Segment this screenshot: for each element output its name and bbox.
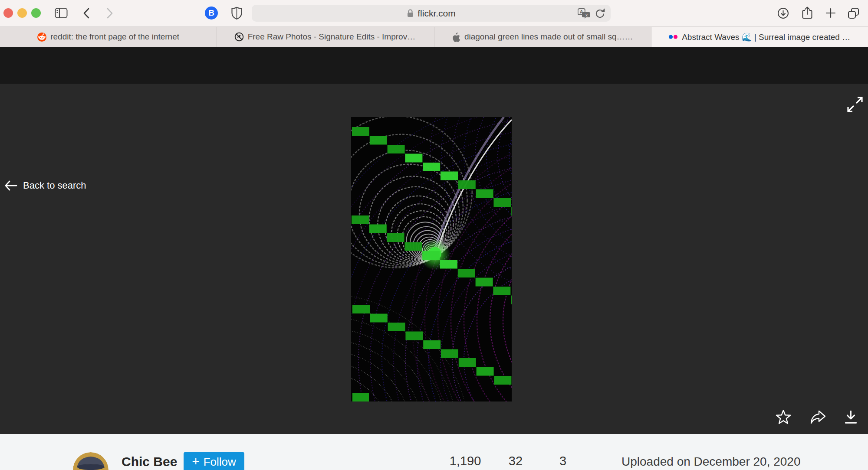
stat-faves[interactable]: 32: [509, 454, 523, 468]
minimize-window-button[interactable]: [17, 8, 27, 18]
fave-star-icon[interactable]: [775, 409, 792, 425]
no-photos-favicon: [234, 32, 244, 42]
safari-window: B flickr.com A x: [0, 0, 868, 470]
apple-favicon: [452, 32, 460, 42]
tab-free-raw-photos[interactable]: Free Raw Photos - Signature Edits - Impr…: [217, 27, 434, 47]
url-text: flickr.com: [418, 8, 456, 19]
back-arrow-icon: [4, 180, 17, 191]
tab-bar: reddit: the front page of the internet F…: [0, 27, 868, 47]
photo-artwork: [351, 117, 512, 401]
back-button[interactable]: [82, 7, 91, 19]
tab-label: diagonal green lines made out of small s…: [464, 32, 633, 42]
share-button[interactable]: [801, 6, 813, 20]
share-photo-icon[interactable]: [810, 409, 826, 425]
follow-label: Follow: [204, 452, 236, 470]
close-window-button[interactable]: [3, 8, 13, 18]
reddit-favicon: [37, 33, 46, 42]
flickr-header: flickr You Explore Prints Get Pro: [0, 47, 868, 84]
svg-text:x: x: [585, 13, 588, 17]
stat-comments[interactable]: 3: [559, 454, 566, 468]
photo-abstract-waves[interactable]: [351, 117, 512, 401]
shield-extension-button[interactable]: [231, 7, 243, 20]
new-tab-button[interactable]: [825, 7, 836, 19]
tab-label: Abstract Waves 🌊 | Surreal image created…: [682, 32, 851, 42]
follow-plus-icon: +: [192, 452, 200, 470]
photo-engagement-bar: Chic Bee + Follow 1,190 32 3 Uploaded on…: [0, 434, 868, 470]
address-bar[interactable]: flickr.com A x: [252, 5, 611, 22]
tab-abstract-waves-active[interactable]: Abstract Waves 🌊 | Surreal image created…: [651, 27, 868, 47]
browser-toolbar: B flickr.com A x: [0, 0, 868, 27]
owner-avatar[interactable]: [73, 452, 108, 470]
tab-label: reddit: the front page of the internet: [50, 32, 179, 42]
zoom-window-button[interactable]: [31, 8, 41, 18]
uploaded-date: Uploaded on December 20, 2020: [621, 454, 801, 469]
forward-button[interactable]: [105, 7, 114, 19]
fullscreen-expand-icon[interactable]: [845, 95, 865, 114]
downloads-button[interactable]: [777, 7, 789, 19]
translate-button[interactable]: A x: [578, 8, 591, 19]
back-to-search-link[interactable]: Back to search: [4, 180, 86, 191]
stat-views[interactable]: 1,190: [450, 454, 481, 468]
extension-b-button[interactable]: B: [205, 7, 218, 20]
flickr-favicon: [668, 34, 678, 39]
tab-apple[interactable]: diagonal green lines made out of small s…: [434, 27, 651, 47]
tab-overview-button[interactable]: [847, 7, 860, 20]
follow-button[interactable]: + Follow: [184, 452, 244, 470]
download-photo-icon[interactable]: [843, 410, 859, 425]
sidebar-toggle-icon[interactable]: [55, 7, 68, 19]
lock-icon: [407, 9, 414, 18]
owner-name[interactable]: Chic Bee: [122, 454, 177, 469]
photo-stage: Back to search: [0, 84, 868, 434]
extension-b-label: B: [208, 8, 214, 18]
back-to-search-label: Back to search: [23, 180, 86, 191]
tab-reddit[interactable]: reddit: the front page of the internet: [0, 27, 217, 47]
tab-label: Free Raw Photos - Signature Edits - Impr…: [248, 32, 417, 42]
reload-button[interactable]: [595, 8, 605, 19]
